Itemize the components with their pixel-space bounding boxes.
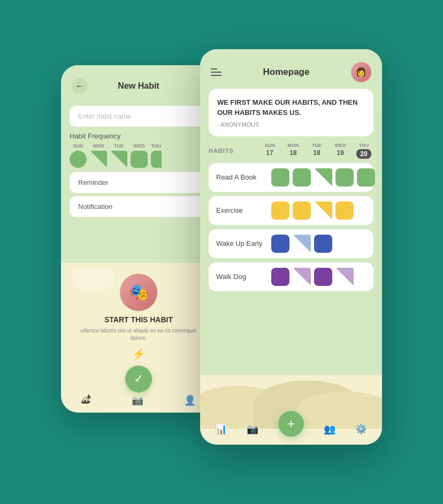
habits-label: HABITS: [209, 148, 260, 154]
menu-line-3: [211, 75, 222, 76]
day-col-tue-num: 18: [313, 149, 320, 157]
habit-row-walkdog[interactable]: Walk Dog: [209, 262, 373, 291]
day-sun-label: SUN: [73, 143, 83, 149]
settings-icon: ⚙️: [355, 423, 367, 435]
nav-group[interactable]: 👥: [324, 423, 335, 435]
phone-front: Homepage 👩 WE FIRST MAKE OUR HABITS, AND…: [200, 49, 382, 445]
habits-section: HABITS SUN 17 MON 18 TUE 18 WE: [209, 143, 373, 291]
start-habit-title: START THIS HABIT: [104, 315, 173, 324]
habit-shape: [335, 201, 354, 220]
day-col-mon-num: 18: [289, 149, 296, 157]
habit-shape: [314, 201, 332, 220]
nav-icon-camera[interactable]: 📷: [132, 394, 143, 406]
day-col-sun: SUN 17: [260, 143, 279, 159]
menu-line-2: [211, 72, 222, 73]
day-selector: SUN MON TUE WED THU: [61, 143, 216, 168]
habit-walkdog-shapes: [271, 268, 375, 286]
homepage-title: Homepage: [222, 67, 351, 77]
start-habit-desc: ullamco laboris nisi ut aliquip ex ea co…: [72, 327, 205, 342]
habit-shape: [293, 168, 311, 187]
habit-shape: [293, 235, 311, 253]
day-col-sun-label: SUN: [264, 143, 274, 148]
back-phone-nav: 🏕 📷 👤: [61, 394, 216, 406]
habit-shape: [314, 168, 332, 187]
habit-exercise-shapes: [271, 201, 375, 220]
back-button[interactable]: ←: [72, 78, 88, 94]
day-col-tue-label: TUE: [312, 143, 322, 148]
fab-add-button[interactable]: +: [278, 411, 304, 437]
check-button[interactable]: ✓: [125, 366, 152, 392]
habit-shape: [335, 168, 354, 187]
nav-icon-tent[interactable]: 🏕: [81, 394, 91, 406]
menu-line-1: [211, 68, 217, 69]
day-col-mon-label: MON: [288, 143, 299, 148]
day-col-wed-label: WED: [335, 143, 346, 148]
nav-camera[interactable]: 📷: [247, 423, 258, 435]
back-arrow-icon: ←: [75, 81, 84, 91]
habit-shape-empty: [357, 235, 375, 253]
habit-shape-empty: [357, 268, 375, 286]
habit-shape: [293, 201, 311, 220]
day-tue[interactable]: TUE: [110, 143, 127, 168]
habit-shape: [271, 201, 289, 220]
camera-icon: 📷: [247, 423, 258, 435]
user-avatar[interactable]: 👩: [351, 62, 371, 82]
habits-header: HABITS SUN 17 MON 18 TUE 18 WE: [209, 143, 373, 159]
notification-field[interactable]: Notification: [70, 196, 208, 217]
habit-shape: [357, 168, 375, 187]
nav-fab: +: [278, 422, 304, 437]
day-sun[interactable]: SUN: [70, 143, 87, 168]
habit-wakeup-name: Wake Up Early: [216, 239, 267, 247]
habit-shape: [335, 268, 354, 286]
phone-back: ← New Habit Enter habit name Habit Frequ…: [61, 65, 216, 413]
habit-shape: [271, 268, 289, 286]
day-thu[interactable]: THU: [151, 143, 162, 168]
habit-row-exercise[interactable]: Exercise: [209, 196, 373, 225]
day-col-wed-num: 19: [337, 149, 343, 157]
day-thu-shape: [151, 151, 162, 168]
day-mon[interactable]: MON: [90, 143, 107, 168]
day-wed-label: WED: [134, 143, 145, 149]
group-icon: 👥: [324, 423, 335, 435]
new-habit-title: New Habit: [88, 81, 189, 91]
habit-exercise-name: Exercise: [216, 206, 267, 214]
habit-shape: [271, 235, 289, 253]
day-wed-shape: [131, 151, 148, 168]
back-header: ← New Habit: [61, 65, 216, 103]
day-thu-label: THU: [151, 143, 162, 149]
fab-plus-icon: +: [287, 416, 295, 431]
day-tue-shape: [110, 151, 127, 168]
menu-button[interactable]: [211, 68, 222, 76]
habit-row-read[interactable]: Read A Book: [209, 163, 373, 192]
quote-card: WE FIRST MAKE OUR HABITS, AND THEN OUR H…: [209, 89, 373, 136]
habit-shape: [271, 168, 289, 187]
day-wed[interactable]: WED: [131, 143, 148, 168]
habit-shape-empty: [335, 235, 354, 253]
frequency-label: Habit Frequency: [70, 132, 208, 140]
nav-icon-user[interactable]: 👤: [184, 394, 196, 406]
quote-author: - ANONYMOUS: [217, 121, 365, 128]
stats-icon: 📊: [215, 423, 227, 435]
day-sun-shape: [70, 151, 87, 168]
cloud-decoration: [72, 268, 114, 290]
day-col-thu-num: 20: [356, 149, 371, 159]
quote-text: WE FIRST MAKE OUR HABITS, AND THEN OUR H…: [217, 97, 365, 118]
avatar-emoji: 👩: [356, 67, 366, 77]
day-mon-shape: [90, 151, 107, 168]
nav-stats[interactable]: 📊: [215, 423, 227, 435]
habit-row-wakeup[interactable]: Wake Up Early: [209, 229, 373, 258]
reminder-field[interactable]: Reminder: [70, 172, 208, 193]
start-habit-section: 🎭 START THIS HABIT ullamco laboris nisi …: [61, 263, 216, 413]
day-mon-label: MON: [93, 143, 104, 149]
habit-walkdog-name: Walk Dog: [216, 273, 267, 281]
day-col-mon: MON 18: [284, 143, 303, 159]
habit-read-name: Read A Book: [216, 173, 267, 181]
habit-read-shapes: [271, 168, 375, 187]
nav-settings[interactable]: ⚙️: [355, 423, 367, 435]
habit-name-input[interactable]: Enter habit name: [70, 106, 208, 127]
day-col-thu-label: THU: [359, 143, 369, 148]
day-col-sun-num: 17: [266, 149, 273, 157]
day-col-thu: THU 20: [354, 143, 373, 159]
check-icon: ✓: [134, 372, 143, 386]
habit-shape: [293, 268, 311, 286]
